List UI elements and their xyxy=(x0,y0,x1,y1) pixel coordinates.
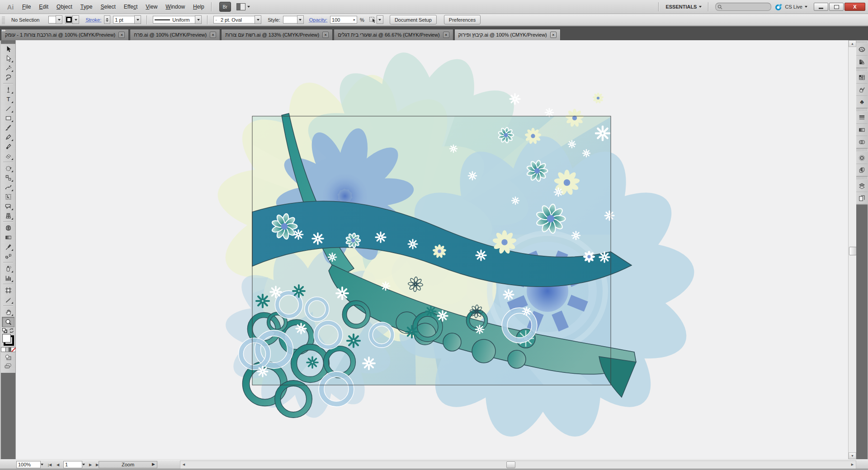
stroke-dropdown-button[interactable] xyxy=(72,15,79,24)
menu-select[interactable]: Select xyxy=(96,2,119,12)
column-graph-tool[interactable] xyxy=(2,273,14,283)
layers-panel-button[interactable] xyxy=(856,180,868,192)
document-tab[interactable]: קיבוץ ופירוק.ai @ 100% (CMYK/Preview)✕ xyxy=(454,29,561,40)
width-profile-dropdown[interactable] xyxy=(195,15,202,24)
menu-view[interactable]: View xyxy=(142,2,161,12)
perspective-grid-tool[interactable] xyxy=(2,211,14,221)
slice-tool[interactable] xyxy=(2,295,14,305)
scroll-right-button[interactable]: ▶ xyxy=(849,461,856,468)
line-segment-tool[interactable] xyxy=(2,104,14,113)
gradient-panel-button[interactable] xyxy=(856,124,868,136)
none-button[interactable] xyxy=(11,347,16,352)
fill-indicator[interactable] xyxy=(2,334,11,343)
menu-object[interactable]: Object xyxy=(52,2,76,12)
screen-mode-button[interactable] xyxy=(3,362,13,370)
appearance-panel-button[interactable] xyxy=(856,152,868,164)
drawing-modes-button[interactable] xyxy=(3,354,13,361)
scroll-down-button[interactable]: ▼ xyxy=(849,452,856,459)
artboards-panel-button[interactable] xyxy=(856,192,868,204)
rotate-tool[interactable] xyxy=(2,164,14,173)
arrange-documents-button[interactable] xyxy=(236,3,250,10)
direct-selection-tool[interactable] xyxy=(2,54,14,63)
width-tool-tool[interactable] xyxy=(2,183,14,192)
panel-grip[interactable] xyxy=(2,16,5,24)
opacity-panel-link[interactable]: Opacity: xyxy=(309,17,327,23)
scroll-left-button[interactable]: ◀ xyxy=(180,461,187,468)
lasso-tool[interactable] xyxy=(2,73,14,82)
pen-tool[interactable] xyxy=(2,85,14,94)
vertical-scrollbar[interactable]: ▲ ▼ xyxy=(848,40,856,459)
scroll-up-button[interactable]: ▲ xyxy=(849,40,856,47)
scale-tool[interactable] xyxy=(2,173,14,183)
close-button[interactable]: X xyxy=(844,3,865,11)
dock-grip[interactable] xyxy=(856,40,868,43)
status-display[interactable]: Zoom xyxy=(99,461,157,468)
symbol-sprayer-tool[interactable] xyxy=(2,264,14,273)
color-button[interactable] xyxy=(1,347,6,352)
status-flyout-arrow[interactable]: ▶ xyxy=(152,462,155,466)
stroke-weight-stepper[interactable] xyxy=(104,15,110,24)
search-input[interactable] xyxy=(724,4,766,10)
stroke-weight-dropdown[interactable] xyxy=(134,15,141,24)
menu-help[interactable]: Help xyxy=(189,2,208,12)
hand-tool[interactable] xyxy=(2,307,14,317)
shape-builder-tool[interactable] xyxy=(2,202,14,211)
paintbrush-tool[interactable] xyxy=(2,123,14,132)
pencil-tool[interactable] xyxy=(2,132,14,142)
cs-live-menu[interactable]: CS Live xyxy=(775,3,807,11)
vertical-scroll-thumb[interactable] xyxy=(849,247,857,255)
style-field[interactable] xyxy=(283,16,297,24)
preferences-button[interactable]: Preferences xyxy=(444,15,481,24)
eyedropper-tool[interactable] xyxy=(2,242,14,252)
workspace-switcher[interactable]: ESSENTIALS xyxy=(665,4,702,9)
rectangle-tool[interactable] xyxy=(2,113,14,123)
stroke-panel-button[interactable] xyxy=(856,112,868,124)
artboard-tool[interactable] xyxy=(2,286,14,295)
document-tab[interactable]: רשת עם צורות.ai @ 133% (CMYK/Preview)✕ xyxy=(221,29,333,40)
minimize-button[interactable] xyxy=(814,3,828,11)
width-profile-field[interactable]: Uniform xyxy=(153,16,195,24)
first-artboard-button[interactable]: |◀ xyxy=(46,461,53,468)
stroke-panel-link[interactable]: Stroke: xyxy=(85,17,101,23)
document-tab[interactable]: פרח.ai @ 100% (CMYK/Preview)✕ xyxy=(130,29,220,40)
brushes-panel-button[interactable] xyxy=(856,84,868,96)
horizontal-scroll-thumb[interactable] xyxy=(506,461,515,468)
stroke-color-swatch[interactable] xyxy=(65,16,73,24)
menu-type[interactable]: Type xyxy=(76,2,97,12)
brush-definition-field[interactable]: · 2 pt. Oval xyxy=(213,16,255,24)
document-tab[interactable]: הרכבת צורות 1 - עומק.ai @ 100% (CMYK/Pre… xyxy=(1,29,129,40)
horizontal-scrollbar[interactable]: ◀ ▶ xyxy=(180,461,856,469)
document-setup-button[interactable]: Document Setup xyxy=(390,15,437,24)
gradient-tool[interactable] xyxy=(2,233,14,242)
swap-fill-stroke-icon[interactable] xyxy=(9,328,14,333)
color-panel-button[interactable] xyxy=(856,43,868,56)
restore-button[interactable] xyxy=(829,3,844,11)
artboard-number-field[interactable]: 1 xyxy=(63,461,82,468)
search-box[interactable] xyxy=(715,3,771,11)
graphic-styles-panel-button[interactable] xyxy=(856,164,868,176)
zoom-tool[interactable] xyxy=(2,317,14,327)
zoom-level-dropdown[interactable] xyxy=(39,461,45,468)
blend-tool[interactable] xyxy=(2,252,14,261)
selection-tool[interactable] xyxy=(2,44,14,54)
launch-bridge-button[interactable]: Br xyxy=(219,2,231,12)
previous-artboard-button[interactable]: ◀ xyxy=(54,461,61,468)
default-fill-stroke-icon[interactable] xyxy=(2,328,7,333)
tab-close-button[interactable]: ✕ xyxy=(443,32,449,38)
transparency-panel-button[interactable] xyxy=(856,136,868,148)
color-guide-panel-button[interactable] xyxy=(856,56,868,68)
dock-grip[interactable] xyxy=(856,68,868,71)
document-tab[interactable]: שעורי בית דגלים.ai @ 66.67% (CMYK/Previe… xyxy=(334,29,453,40)
zoom-level-field[interactable]: 100% xyxy=(16,461,41,468)
dock-grip[interactable] xyxy=(856,149,868,152)
magic-wand-tool[interactable] xyxy=(2,63,14,73)
toolbar-grip[interactable] xyxy=(1,40,15,44)
fill-dropdown-button[interactable] xyxy=(56,15,62,24)
blob-brush-tool[interactable] xyxy=(2,142,14,151)
next-artboard-button[interactable]: ▶ xyxy=(87,461,94,468)
eraser-tool[interactable] xyxy=(2,151,14,161)
isolate-selection-icon[interactable] xyxy=(369,16,377,24)
symbols-panel-button[interactable]: ♣ xyxy=(856,96,868,108)
gradient-button[interactable] xyxy=(6,347,11,352)
tab-close-button[interactable]: ✕ xyxy=(322,32,329,38)
